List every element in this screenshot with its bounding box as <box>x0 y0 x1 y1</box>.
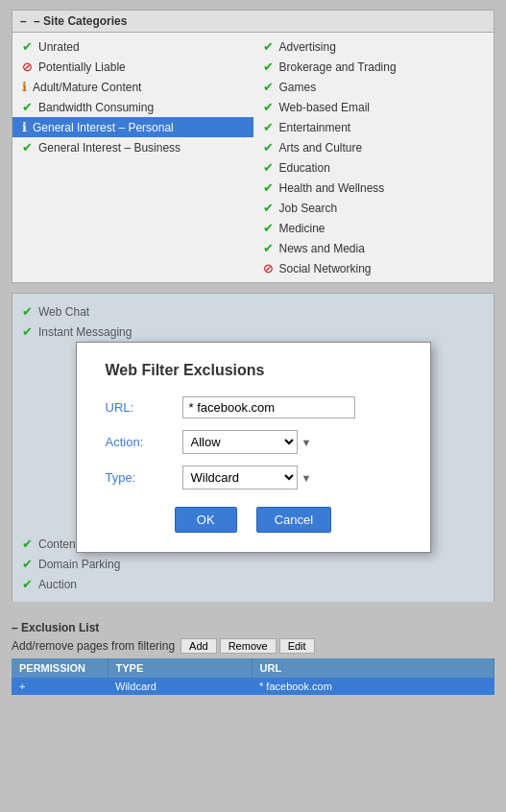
category-advertising[interactable]: ✔ Advertising <box>253 36 494 57</box>
category-job-search[interactable]: ✔ Job Search <box>253 198 494 218</box>
col-header-type: TYPE <box>108 658 252 678</box>
category-adult[interactable]: ℹ Adult/Mature Content <box>12 77 253 97</box>
exclusion-controls-label: Add/remove pages from filtering <box>12 639 175 653</box>
status-icon-games: ✔ <box>263 80 274 94</box>
table-row[interactable]: + Wildcard * facebook.com <box>12 678 494 695</box>
site-categories-panel: – – Site Categories ✔ Unrated ⊘ Potentia… <box>12 10 494 283</box>
row-permission: + <box>12 678 108 695</box>
category-social[interactable]: ⊘ Social Networking <box>253 258 494 278</box>
category-health[interactable]: ✔ Health and Wellness <box>253 178 494 198</box>
category-bandwidth[interactable]: ✔ Bandwidth Consuming <box>12 97 253 117</box>
exclusion-header-label: – Exclusion List <box>12 621 99 634</box>
status-icon-education: ✔ <box>263 160 274 175</box>
status-icon-arts: ✔ <box>263 140 274 155</box>
category-games[interactable]: ✔ Games <box>253 77 494 97</box>
exclusion-controls-row: Add/remove pages from filtering Add Remo… <box>12 638 494 654</box>
url-input[interactable] <box>182 396 355 418</box>
category-brokerage[interactable]: ✔ Brokerage and Trading <box>253 57 494 77</box>
right-column: ✔ Advertising ✔ Brokerage and Trading ✔ … <box>253 36 494 278</box>
status-icon-unrated: ✔ <box>22 39 33 54</box>
modal-title: Web Filter Exclusions <box>106 362 401 379</box>
category-potentially-liable[interactable]: ⊘ Potentially Liable <box>12 57 253 77</box>
url-label: URL: <box>106 400 182 415</box>
status-icon-adult: ℹ <box>22 80 27 94</box>
action-dropdown-arrow: ▼ <box>301 437 312 448</box>
left-column: ✔ Unrated ⊘ Potentially Liable ℹ Adult/M… <box>12 36 253 278</box>
web-filter-exclusions-dialog: Web Filter Exclusions URL: Action: Allow… <box>76 342 431 553</box>
status-icon-webmail: ✔ <box>263 100 274 114</box>
type-dropdown-arrow: ▼ <box>301 472 312 484</box>
category-general-business[interactable]: ✔ General Interest – Business <box>12 137 253 157</box>
collapse-icon[interactable]: – <box>20 14 27 28</box>
col-header-permission: PERMISSION <box>12 658 108 678</box>
category-unrated[interactable]: ✔ Unrated <box>12 36 253 57</box>
category-arts[interactable]: ✔ Arts and Culture <box>253 137 494 157</box>
site-categories-header: – – Site Categories <box>12 11 494 33</box>
exclusion-list-panel: – Exclusion List Add/remove pages from f… <box>12 621 494 695</box>
category-entertainment[interactable]: ✔ Entertainment <box>253 117 494 137</box>
status-icon-job-search: ✔ <box>263 201 274 215</box>
status-icon-advertising: ✔ <box>263 39 274 54</box>
status-icon-social: ⊘ <box>263 261 274 275</box>
category-general-personal[interactable]: ℹ General Interest – Personal <box>12 117 253 137</box>
status-icon-entertainment: ✔ <box>263 120 274 134</box>
status-icon-bandwidth: ✔ <box>22 100 33 114</box>
type-select[interactable]: Wildcard Exact Regex <box>182 466 298 490</box>
action-row: Action: Allow Block ▼ <box>106 430 401 454</box>
status-icon-brokerage: ✔ <box>263 60 274 74</box>
category-medicine[interactable]: ✔ Medicine <box>253 218 494 238</box>
row-type: Wildcard <box>108 678 252 695</box>
category-webmail[interactable]: ✔ Web-based Email <box>253 97 494 117</box>
action-select[interactable]: Allow Block <box>182 430 298 454</box>
status-icon-general-business: ✔ <box>22 140 33 155</box>
url-row: URL: <box>106 396 401 418</box>
modal-buttons: OK Cancel <box>106 507 401 533</box>
status-icon-news: ✔ <box>263 241 274 255</box>
exclusion-header-row: – Exclusion List <box>12 621 494 634</box>
remove-button[interactable]: Remove <box>220 638 277 654</box>
add-button[interactable]: Add <box>181 638 217 654</box>
modal-overlay: Web Filter Exclusions URL: Action: Allow… <box>12 293 494 602</box>
categories-grid: ✔ Unrated ⊘ Potentially Liable ℹ Adult/M… <box>12 33 494 282</box>
status-icon-potentially-liable: ⊘ <box>22 60 33 74</box>
cancel-button[interactable]: Cancel <box>256 507 331 533</box>
status-icon-medicine: ✔ <box>263 221 274 235</box>
status-icon-health: ✔ <box>263 180 274 195</box>
action-label: Action: <box>106 435 182 449</box>
col-header-url: URL <box>252 658 494 678</box>
type-row: Type: Wildcard Exact Regex ▼ <box>106 466 401 490</box>
exclusion-table: PERMISSION TYPE URL + Wildcard * faceboo… <box>12 658 494 695</box>
site-categories-title: – Site Categories <box>34 14 127 28</box>
row-url: * facebook.com <box>252 678 494 695</box>
type-label: Type: <box>106 470 182 485</box>
status-icon-general-personal: ℹ <box>22 120 27 134</box>
category-education[interactable]: ✔ Education <box>253 157 494 178</box>
edit-button[interactable]: Edit <box>279 638 315 654</box>
ok-button[interactable]: OK <box>175 507 237 533</box>
category-news[interactable]: ✔ News and Media <box>253 238 494 258</box>
